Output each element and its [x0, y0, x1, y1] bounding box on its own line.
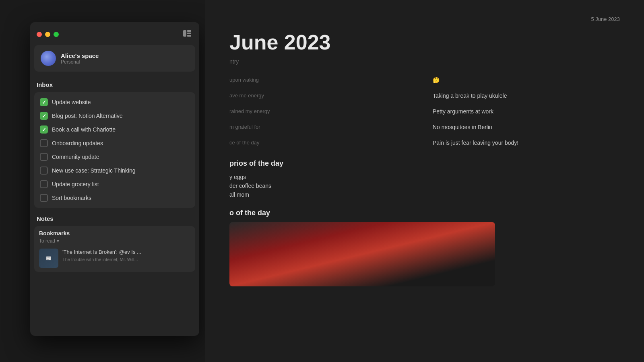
chevron-down-icon: ▾ — [57, 238, 59, 244]
bookmark-item[interactable]: 📰 'The Internet Is Broken': @ev Is ... T… — [39, 249, 190, 268]
task-label-4: Onboarding updates — [52, 140, 103, 146]
task-checkbox-6[interactable] — [40, 167, 48, 175]
task-label-7: Update grocery list — [52, 181, 99, 187]
task-item[interactable]: Community update — [37, 150, 193, 164]
prios-title: prios of the day — [229, 159, 620, 168]
quote-label: ce of the day — [229, 140, 417, 146]
energy-drained-value: Petty arguments at work — [433, 108, 620, 115]
task-label-8: Sort bookmarks — [52, 195, 91, 201]
task-checkbox-7[interactable] — [40, 180, 48, 188]
main-journal-grid: upon waking 🤔 ave me energy Taking a bre… — [229, 77, 620, 147]
task-checkbox-1[interactable]: ✓ — [40, 98, 48, 106]
task-checkbox-2[interactable]: ✓ — [40, 112, 48, 120]
workspace-type: Personal — [61, 59, 99, 65]
bookmarks-filter-label: To read — [39, 238, 55, 244]
svg-rect-1 — [187, 30, 191, 32]
bookmarks-filter[interactable]: To read ▾ — [39, 238, 190, 244]
prio-item-2: der coffee beans — [229, 181, 620, 190]
task-item[interactable]: Sort bookmarks — [37, 191, 193, 205]
task-label-2: Blog post: Notion Alternative — [52, 113, 123, 119]
notes-header: Notes — [34, 212, 195, 226]
bookmark-title: 'The Internet Is Broken': @ev Is ... — [62, 249, 141, 256]
prio-item-3: all mom — [229, 190, 620, 199]
main-title: June 2023 — [229, 30, 620, 54]
workspace-avatar — [41, 51, 56, 66]
svg-rect-2 — [187, 33, 191, 34]
task-label-1: Update website — [52, 99, 91, 105]
main-subtitle: ntry — [229, 58, 620, 65]
task-item[interactable]: Update grocery list — [37, 177, 193, 191]
task-label-6: New use case: Strategic Thinking — [52, 167, 136, 174]
energy-drained-label: rained my energy — [229, 108, 417, 114]
bookmarks-section: Bookmarks To read ▾ 📰 'The Internet Is B… — [34, 226, 195, 272]
prios-list: y eggs der coffee beans all mom — [229, 173, 620, 199]
maximize-button[interactable] — [54, 32, 59, 37]
task-checkbox-8[interactable] — [40, 194, 48, 202]
energy-gave-label: ave me energy — [229, 93, 417, 99]
bookmark-info: 'The Internet Is Broken': @ev Is ... The… — [62, 249, 141, 262]
photo-inner — [229, 222, 495, 286]
inbox-section: ✓ Update website ✓ Blog post: Notion Alt… — [34, 92, 195, 208]
bookmarks-header: Bookmarks — [39, 230, 190, 237]
workspace-card[interactable]: Alice's space Personal — [34, 45, 195, 72]
mood-emoji: 🤔 — [433, 77, 620, 83]
bookmark-thumbnail: 📰 — [39, 249, 58, 268]
task-item[interactable]: ✓ Update website — [37, 95, 193, 109]
traffic-lights — [37, 32, 59, 37]
sidebar-scroll[interactable]: Inbox ✓ Update website ✓ Blog post: Noti… — [30, 78, 199, 336]
prio-item-1: y eggs — [229, 173, 620, 181]
inbox-header: Inbox — [34, 78, 195, 92]
close-button[interactable] — [37, 32, 42, 37]
task-item[interactable]: ✓ Blog post: Notion Alternative — [37, 109, 193, 123]
grateful-value: No mosquitoes in Berlin — [433, 124, 620, 130]
task-label-5: Community update — [52, 154, 99, 160]
task-checkbox-4[interactable] — [40, 139, 48, 147]
workspace-info: Alice's space Personal — [61, 52, 99, 65]
task-item[interactable]: ✓ Book a call with Charlotte — [37, 123, 193, 136]
energy-gave-value: Taking a break to play ukulele — [433, 93, 620, 99]
task-item[interactable]: New use case: Strategic Thinking — [37, 164, 193, 177]
quote-value: Pain is just fear leaving your body! — [433, 140, 620, 146]
sidebar-toggle-button[interactable] — [182, 29, 193, 40]
photo-of-day — [229, 222, 495, 286]
app-window: Alice's space Personal Inbox ✓ Update we… — [30, 22, 199, 336]
workspace-name: Alice's space — [61, 52, 99, 59]
task-item[interactable]: Onboarding updates — [37, 136, 193, 150]
grateful-label: m grateful for — [229, 124, 417, 130]
minimize-button[interactable] — [45, 32, 50, 37]
main-content: 5 June 2023 June 2023 ntry upon waking 🤔… — [205, 0, 644, 362]
energy-label: upon waking — [229, 77, 417, 83]
task-checkbox-3[interactable]: ✓ — [40, 125, 48, 134]
photo-section-title: o of the day — [229, 209, 620, 217]
titlebar — [30, 22, 199, 45]
main-date-small: 5 June 2023 — [229, 16, 620, 22]
bookmark-thumb-image: 📰 — [45, 255, 52, 262]
task-label-3: Book a call with Charlotte — [52, 126, 116, 133]
bookmark-description: The trouble with the internet, Mr. Will.… — [62, 257, 141, 262]
svg-rect-0 — [183, 30, 186, 37]
task-checkbox-5[interactable] — [40, 153, 48, 161]
svg-rect-3 — [187, 35, 191, 37]
